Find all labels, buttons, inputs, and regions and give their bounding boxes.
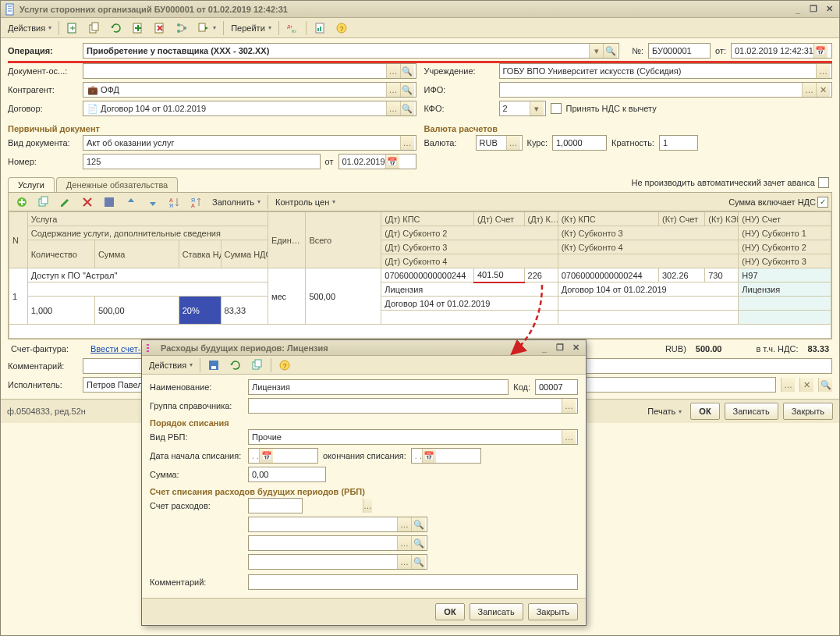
search-icon[interactable]: 🔍 bbox=[818, 378, 832, 392]
chevron-down-icon[interactable]: ▾ bbox=[530, 101, 544, 115]
ok-button[interactable]: ОК bbox=[690, 403, 719, 420]
number-input[interactable]: БУ000001 bbox=[648, 43, 711, 59]
mult-input[interactable]: 1 bbox=[659, 135, 698, 151]
add-row-icon[interactable] bbox=[12, 194, 32, 210]
maximize-button[interactable]: ❐ bbox=[806, 3, 821, 16]
dlg-close-button[interactable]: Закрыть bbox=[528, 603, 578, 620]
goto-menu[interactable]: Перейти▾ bbox=[227, 20, 275, 36]
new-icon[interactable] bbox=[62, 20, 83, 36]
date-input[interactable]: 01.02.2019 12:42:31 📅 bbox=[731, 43, 832, 59]
ifo-input[interactable]: … ✕ bbox=[499, 82, 833, 98]
doc-type-input[interactable]: Акт об оказании услуг … bbox=[83, 135, 416, 151]
dots-icon[interactable]: … bbox=[363, 499, 372, 513]
dlg-start-date[interactable]: . . 📅 bbox=[248, 448, 318, 464]
delete-row-icon[interactable] bbox=[77, 194, 97, 210]
search-icon[interactable]: 🔍 bbox=[411, 536, 425, 550]
calendar-icon[interactable]: 📅 bbox=[422, 449, 436, 463]
search-icon[interactable]: 🔍 bbox=[400, 101, 414, 115]
calendar-icon[interactable]: 📅 bbox=[385, 155, 399, 169]
dlg-acct-input[interactable]: … bbox=[248, 498, 303, 513]
dlg-refresh-icon[interactable] bbox=[225, 357, 246, 373]
move-up-icon[interactable] bbox=[121, 194, 141, 210]
org-input[interactable]: ГОБУ ВПО Университет искусств (Субсидия)… bbox=[499, 63, 833, 79]
dlg-close[interactable]: ✕ bbox=[569, 342, 583, 354]
clear-icon[interactable]: ✕ bbox=[816, 83, 830, 97]
contragent-input[interactable]: 💼 ОФД … 🔍 bbox=[83, 82, 416, 98]
price-control-menu[interactable]: Контроль цен▾ bbox=[271, 194, 339, 210]
dlg-sub2-input[interactable]: …🔍 bbox=[248, 535, 427, 551]
dlg-code-input[interactable]: 00007 bbox=[535, 379, 578, 395]
help-icon[interactable]: ? bbox=[331, 20, 352, 36]
doc-number-date[interactable]: 01.02.2019 📅 bbox=[338, 154, 416, 169]
dlg-help-icon[interactable]: ? bbox=[275, 357, 295, 373]
chevron-down-icon[interactable]: ▾ bbox=[589, 44, 603, 58]
refresh-icon[interactable] bbox=[106, 20, 126, 36]
sum-includes-vat-checkbox[interactable] bbox=[817, 197, 828, 208]
sort-asc-icon[interactable]: АЯ bbox=[165, 194, 185, 210]
dlg-end-date[interactable]: . . 📅 bbox=[411, 448, 481, 464]
dlg-sub1-input[interactable]: …🔍 bbox=[248, 517, 427, 532]
dlg-acct-text[interactable] bbox=[252, 500, 363, 511]
tab-services[interactable]: Услуги bbox=[8, 177, 55, 192]
minimize-button[interactable]: _ bbox=[791, 3, 805, 16]
contract-input[interactable]: 📄 Договор 104 от 01.02.2019 … 🔍 bbox=[83, 101, 416, 116]
auto-offset-checkbox[interactable] bbox=[818, 177, 829, 188]
search-icon[interactable]: 🔍 bbox=[411, 555, 425, 569]
dots-icon[interactable]: … bbox=[386, 83, 400, 97]
dlg-actions-menu[interactable]: Действия▾ bbox=[145, 357, 197, 373]
close-button[interactable]: ✕ bbox=[822, 3, 836, 16]
search-icon[interactable]: 🔍 bbox=[411, 517, 425, 531]
calendar-icon[interactable]: 📅 bbox=[259, 449, 273, 463]
sort-desc-icon[interactable]: ЯА bbox=[186, 194, 207, 210]
edit-row-icon[interactable] bbox=[55, 194, 76, 210]
dt-kt-icon[interactable]: ДтКт bbox=[282, 20, 303, 36]
search-icon[interactable]: 🔍 bbox=[400, 83, 414, 97]
dlg-ok-button[interactable]: ОК bbox=[435, 603, 464, 620]
post-icon[interactable] bbox=[128, 20, 148, 36]
dlg-copy-icon[interactable] bbox=[247, 357, 268, 373]
search-icon[interactable]: 🔍 bbox=[603, 44, 617, 58]
actions-menu[interactable]: Действия▾ bbox=[4, 20, 55, 36]
clear-icon[interactable]: ✕ bbox=[799, 378, 813, 392]
operation-combo[interactable]: Приобретение у поставщика (XXX - 302.XX)… bbox=[83, 43, 619, 59]
dlg-sub3-input[interactable]: …🔍 bbox=[248, 554, 427, 570]
dlg-type-input[interactable]: Прочие … bbox=[248, 429, 578, 445]
services-grid[interactable]: N Услуга Един… Всего (Дт) КПС (Дт) Счет … bbox=[8, 211, 832, 339]
dots-icon[interactable]: … bbox=[397, 536, 411, 550]
create-base-icon[interactable]: ▾ bbox=[193, 20, 220, 36]
dots-icon[interactable]: … bbox=[506, 136, 520, 150]
dlg-sum-input[interactable]: 0,00 bbox=[248, 467, 326, 482]
currency-input[interactable]: RUB … bbox=[476, 135, 523, 151]
dots-icon[interactable]: … bbox=[397, 517, 411, 531]
calendar-icon[interactable]: 📅 bbox=[813, 44, 828, 58]
dlg-name-input[interactable]: Лицензия bbox=[248, 379, 509, 395]
dots-icon[interactable]: … bbox=[802, 83, 816, 97]
print-menu[interactable]: Печать▾ bbox=[643, 403, 686, 419]
dots-icon[interactable]: … bbox=[562, 430, 576, 444]
rate-input[interactable]: 1,0000 bbox=[552, 135, 607, 151]
dlg-group-input[interactable]: … bbox=[248, 398, 578, 414]
tab-obligations[interactable]: Денежные обязательства bbox=[56, 177, 178, 192]
dots-icon[interactable]: … bbox=[386, 64, 400, 78]
unpost-icon[interactable] bbox=[150, 20, 170, 36]
search-icon[interactable]: 🔍 bbox=[400, 64, 414, 78]
close-button[interactable]: Закрыть bbox=[783, 403, 833, 420]
tree-icon[interactable] bbox=[172, 20, 192, 36]
kfo-input[interactable]: 2 ▾ bbox=[499, 101, 546, 116]
copy-row-icon[interactable] bbox=[34, 194, 54, 210]
vat-accept-checkbox[interactable] bbox=[551, 103, 562, 114]
dlg-minimize[interactable]: _ bbox=[537, 342, 551, 354]
select-all-icon[interactable] bbox=[99, 194, 119, 210]
dlg-save-button[interactable]: Записать bbox=[470, 603, 523, 620]
dots-icon[interactable]: … bbox=[816, 64, 830, 78]
doc-basis-input[interactable]: … 🔍 bbox=[83, 63, 416, 79]
dots-icon[interactable]: … bbox=[386, 101, 400, 115]
dlg-comment-input[interactable] bbox=[248, 574, 578, 590]
doc-number-input[interactable]: 125 bbox=[83, 154, 321, 169]
dlg-save-icon[interactable] bbox=[204, 357, 224, 373]
dots-icon[interactable]: … bbox=[400, 136, 414, 150]
dots-icon[interactable]: … bbox=[562, 399, 576, 413]
move-down-icon[interactable] bbox=[143, 194, 163, 210]
dlg-maximize[interactable]: ❐ bbox=[553, 342, 567, 354]
save-button[interactable]: Записать bbox=[725, 403, 778, 420]
